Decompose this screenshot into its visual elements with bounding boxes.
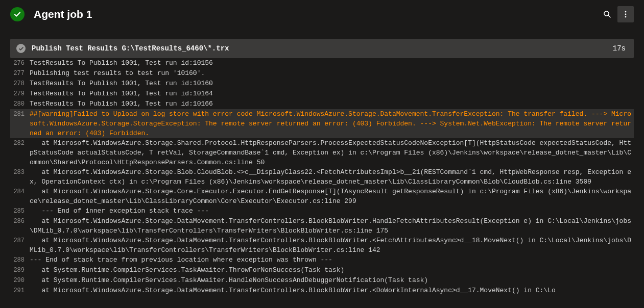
line-text: --- End of inner exception stack trace -… bbox=[30, 206, 634, 216]
header-actions bbox=[599, 6, 634, 22]
line-text: ##[warning]Failed to Upload on log store… bbox=[30, 109, 634, 138]
log-line[interactable]: 280TestResults To Publish 1001, Test run… bbox=[10, 99, 634, 109]
job-status-success-icon bbox=[10, 7, 25, 21]
log-line[interactable]: 290 at System.Runtime.CompilerServices.T… bbox=[10, 275, 634, 286]
task-duration: 17s bbox=[613, 44, 626, 53]
line-number: 289 bbox=[10, 265, 30, 275]
svg-point-2 bbox=[625, 11, 627, 13]
task-header[interactable]: Publish Test Results G:\TestResults_6460… bbox=[10, 39, 634, 58]
line-text: TestResults To Publish 1001, Test run id… bbox=[30, 89, 634, 98]
line-number: 284 bbox=[10, 187, 30, 197]
line-text: --- End of stack trace from previous loc… bbox=[30, 255, 634, 265]
log-line[interactable]: 286 at Microsoft.WindowsAzure.Storage.Da… bbox=[10, 216, 634, 236]
line-number: 288 bbox=[10, 255, 30, 265]
log-line[interactable]: 289 at System.Runtime.CompilerServices.T… bbox=[10, 265, 634, 275]
line-number: 277 bbox=[10, 68, 30, 79]
task-name: Publish Test Results G:\TestResults_6460… bbox=[32, 44, 613, 53]
log-line[interactable]: 287 at Microsoft.WindowsAzure.Storage.Da… bbox=[10, 236, 634, 255]
line-text: at System.Runtime.CompilerServices.TaskA… bbox=[30, 275, 634, 285]
line-text: at Microsoft.WindowsAzure.Storage.Shared… bbox=[30, 138, 634, 167]
line-number: 282 bbox=[10, 138, 30, 148]
line-number: 285 bbox=[10, 206, 30, 216]
log-line[interactable]: 282 at Microsoft.WindowsAzure.Storage.Sh… bbox=[10, 138, 634, 167]
log-line[interactable]: 279TestResults To Publish 1001, Test run… bbox=[10, 89, 634, 99]
line-text: TestResults To Publish 1001, Test run id… bbox=[30, 58, 634, 68]
svg-line-1 bbox=[608, 15, 610, 17]
log-output[interactable]: 276TestResults To Publish 1001, Test run… bbox=[10, 58, 634, 296]
svg-point-3 bbox=[625, 14, 627, 15]
job-title: Agent job 1 bbox=[34, 8, 599, 20]
line-number: 279 bbox=[10, 89, 30, 99]
line-text: at Microsoft.WindowsAzure.Storage.DataMo… bbox=[30, 286, 634, 295]
log-line[interactable]: 285 --- End of inner exception stack tra… bbox=[10, 206, 634, 216]
search-icon bbox=[603, 10, 611, 18]
line-text: at Microsoft.WindowsAzure.Storage.DataMo… bbox=[30, 236, 634, 255]
line-text: at Microsoft.WindowsAzure.Storage.DataMo… bbox=[30, 216, 634, 236]
line-text: TestResults To Publish 1001, Test run id… bbox=[30, 99, 634, 109]
line-number: 283 bbox=[10, 167, 30, 177]
more-actions-button[interactable] bbox=[617, 6, 634, 22]
more-vertical-icon bbox=[622, 10, 630, 18]
log-line[interactable]: 283 at Microsoft.WindowsAzure.Storage.Bl… bbox=[10, 167, 634, 187]
line-number: 280 bbox=[10, 99, 30, 109]
svg-point-4 bbox=[625, 16, 627, 18]
task-status-success-icon bbox=[16, 44, 26, 53]
log-line[interactable]: 276TestResults To Publish 1001, Test run… bbox=[10, 58, 634, 68]
line-number: 287 bbox=[10, 236, 30, 246]
line-text: at Microsoft.WindowsAzure.Storage.Core.E… bbox=[30, 187, 634, 206]
log-line[interactable]: 284 at Microsoft.WindowsAzure.Storage.Co… bbox=[10, 187, 634, 206]
log-line[interactable]: 281##[warning]Failed to Upload on log st… bbox=[10, 109, 634, 138]
log-line[interactable]: 288--- End of stack trace from previous … bbox=[10, 255, 634, 265]
line-number: 291 bbox=[10, 286, 30, 296]
line-number: 278 bbox=[10, 79, 30, 89]
line-number: 290 bbox=[10, 275, 30, 286]
line-number: 281 bbox=[10, 109, 30, 119]
line-text: at System.Runtime.CompilerServices.TaskA… bbox=[30, 265, 634, 275]
search-button[interactable] bbox=[599, 6, 615, 22]
log-line[interactable]: 277Publishing test results to test run '… bbox=[10, 68, 634, 79]
line-text: Publishing test results to test run '101… bbox=[30, 68, 634, 78]
log-line[interactable]: 278TestResults To Publish 1001, Test run… bbox=[10, 79, 634, 89]
job-header: Agent job 1 bbox=[0, 0, 644, 31]
line-number: 286 bbox=[10, 216, 30, 226]
line-text: TestResults To Publish 1001, Test run id… bbox=[30, 79, 634, 88]
line-number: 276 bbox=[10, 58, 30, 68]
line-text: at Microsoft.WindowsAzure.Storage.Blob.C… bbox=[30, 167, 634, 187]
log-line[interactable]: 291 at Microsoft.WindowsAzure.Storage.Da… bbox=[10, 286, 634, 296]
